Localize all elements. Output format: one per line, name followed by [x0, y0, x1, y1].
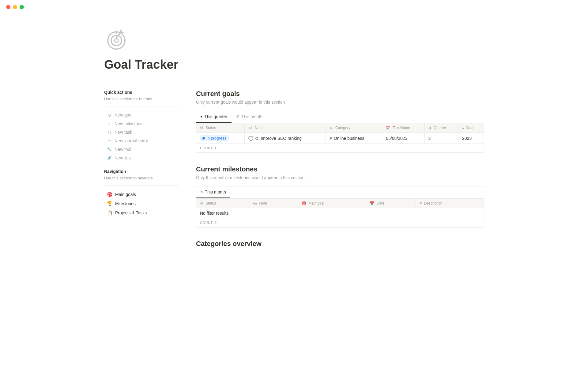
projects-nav-icon: 📋: [107, 210, 113, 216]
goals-nav-icon: 🎯: [107, 192, 113, 197]
milestone-icon: ○: [107, 121, 112, 126]
new-link-button[interactable]: 🔗 New link: [104, 154, 178, 162]
sidebar-item-milestones[interactable]: 🏆 Milestones: [104, 200, 178, 208]
quick-actions-divider: [104, 106, 178, 106]
milestones-table-container: ⚙ Status Aa Nom 🎯 Main goal: [196, 198, 484, 228]
milestones-nav-icon: 🏆: [107, 201, 113, 206]
milestones-count-number: 0: [215, 221, 217, 224]
svg-point-2: [115, 39, 118, 42]
maximize-button[interactable]: [20, 5, 24, 9]
categories-overview-section: Categories overview: [196, 240, 484, 248]
col-quarter: ◑ Quarter: [424, 123, 458, 133]
traffic-lights: [0, 0, 588, 14]
status-cell: In progress: [196, 133, 245, 144]
navigation-desc: Use this section to navigate: [104, 176, 178, 180]
page-title: Goal Tracker: [104, 58, 484, 71]
goals-tabs: ● This quarter ⏱ This month: [196, 111, 484, 123]
ms-date-icon: 📅: [370, 201, 374, 205]
no-results-row: No filter results.: [196, 208, 484, 218]
milestones-tabs: ○ This month: [196, 186, 484, 198]
year-cell: 2023: [458, 133, 484, 144]
month-tab-icon: ⏱: [236, 114, 239, 119]
timeframe-col-icon: 📅: [386, 126, 390, 130]
new-task-button[interactable]: ◎ New task: [104, 128, 178, 136]
nom-col-icon: Aa: [248, 126, 252, 130]
col-timeframe: 📅 Timeframe: [382, 123, 424, 133]
current-milestones-section: Current milestones Only this month's mil…: [196, 165, 484, 228]
link-icon: 🔗: [107, 156, 112, 160]
new-journal-entry-button[interactable]: ✏ New journal entry: [104, 137, 178, 144]
milestones-tab-bar: ○ This month: [196, 186, 484, 198]
goals-table-header: ⚙ Status Aa Nom 🏷 Category: [196, 123, 484, 133]
milestones-table: ⚙ Status Aa Nom 🎯 Main goal: [196, 199, 484, 218]
table-row[interactable]: In progress ⊙ Improve SEO ranking: [196, 133, 484, 144]
tool-icon: 🔧: [107, 147, 112, 151]
current-milestones-title: Current milestones: [196, 165, 484, 173]
categories-overview-title: Categories overview: [196, 240, 484, 248]
goals-count-row: COUNT 1: [196, 144, 484, 153]
goals-table-container: ⚙ Status Aa Nom 🏷 Category: [196, 123, 484, 153]
no-results-text: No filter results.: [196, 208, 484, 218]
category-cell: Online business: [326, 133, 382, 144]
col-year: ● Year: [458, 123, 484, 133]
col-category: 🏷 Category: [326, 123, 382, 133]
ms-col-main-goal: 🎯 Main goal: [298, 199, 366, 208]
new-goal-button[interactable]: ⊙ New goal: [104, 111, 178, 119]
quarter-tab-icon: ●: [200, 114, 202, 119]
col-nom: Aa Nom: [245, 123, 326, 133]
minimize-button[interactable]: [13, 5, 17, 9]
status-dot: [202, 137, 205, 140]
goal-icon: ⊙: [107, 113, 112, 117]
new-milestone-button[interactable]: ○ New milestone: [104, 120, 178, 127]
status-col-icon: ⚙: [200, 126, 203, 130]
category-col-icon: 🏷: [330, 126, 333, 130]
category-dot: [330, 137, 332, 140]
tab-goals-this-month[interactable]: ⏱ This month: [232, 111, 267, 123]
ms-col-date: 📅 Date: [366, 199, 416, 208]
ms-status-icon: ⚙: [200, 201, 203, 205]
task-icon: ◎: [107, 130, 112, 135]
goal-circle-icon: [248, 136, 253, 141]
quick-actions-desc: Use this section for buttons: [104, 97, 178, 101]
sidebar-item-main-goals[interactable]: 🎯 Main goals: [104, 190, 178, 198]
col-status: ⚙ Status: [196, 123, 245, 133]
quarter-cell: 3: [424, 133, 458, 144]
current-goals-section: Current goals Only current goals would a…: [196, 90, 484, 153]
tab-this-quarter[interactable]: ● This quarter: [196, 111, 232, 123]
svg-point-0: [108, 32, 125, 49]
current-goals-desc: Only current goals would appear in this …: [196, 100, 484, 105]
milestones-count-row: COUNT 0: [196, 218, 484, 227]
year-col-icon: ●: [462, 126, 464, 130]
ms-nom-icon: Aa: [253, 201, 257, 205]
goals-count-number: 1: [215, 146, 217, 150]
nom-cell: ⊙ Improve SEO ranking: [245, 133, 326, 144]
close-button[interactable]: [6, 5, 10, 9]
current-milestones-desc: Only this month's milestones would appea…: [196, 175, 484, 180]
goals-table: ⚙ Status Aa Nom 🏷 Category: [196, 123, 484, 144]
navigation-title: Navigation: [104, 169, 178, 174]
page-icon: [104, 27, 129, 52]
current-goals-title: Current goals: [196, 90, 484, 98]
category-text: Online business: [330, 136, 378, 141]
goals-tab-bar: ● This quarter ⏱ This month: [196, 111, 484, 123]
ms-col-description: ≡ Description: [416, 199, 484, 208]
goal-name: ⊙ Improve SEO ranking: [248, 136, 322, 141]
sidebar: Quick actions Use this section for butto…: [104, 90, 178, 260]
timeframe-cell: 05/08/2023: [382, 133, 424, 144]
navigation-divider: [104, 185, 178, 186]
sidebar-item-projects-tasks[interactable]: 📋 Projects & Tasks: [104, 209, 178, 217]
tab-milestones-this-month[interactable]: ○ This month: [196, 186, 230, 198]
new-tool-button[interactable]: 🔧 New tool: [104, 146, 178, 153]
ms-desc-icon: ≡: [420, 201, 422, 205]
ms-col-status: ⚙ Status: [196, 199, 249, 208]
journal-icon: ✏: [107, 139, 112, 143]
quick-actions-title: Quick actions: [104, 90, 178, 95]
main-content: Current goals Only current goals would a…: [196, 90, 484, 260]
ms-col-nom: Aa Nom: [249, 199, 298, 208]
milestones-month-icon: ○: [200, 190, 203, 194]
milestones-table-header: ⚙ Status Aa Nom 🎯 Main goal: [196, 199, 484, 208]
quarter-col-icon: ◑: [428, 126, 432, 130]
ms-goal-icon: 🎯: [302, 201, 306, 205]
status-badge: In progress: [200, 135, 229, 141]
goal-type-icon: ⊙: [255, 136, 259, 141]
